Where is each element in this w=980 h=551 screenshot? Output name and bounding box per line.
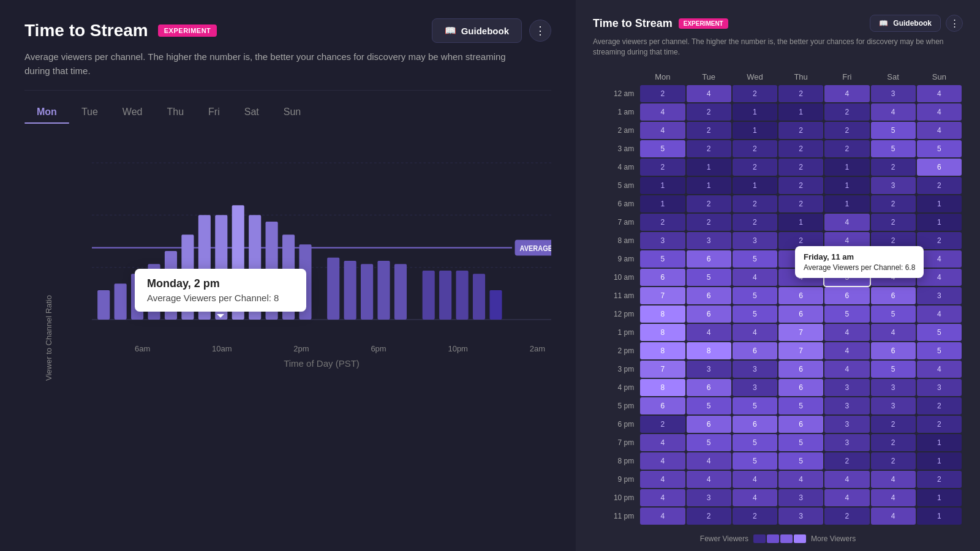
grid-cell[interactable]: 2	[871, 452, 916, 470]
grid-cell[interactable]: 2	[778, 232, 823, 249]
grid-cell[interactable]: 6	[871, 287, 916, 304]
grid-cell[interactable]: 3	[871, 379, 916, 396]
grid-cell[interactable]: 4	[687, 85, 731, 102]
right-guidebook-button[interactable]: 📖 Guidebook	[870, 15, 941, 32]
grid-cell[interactable]: 6	[640, 397, 685, 414]
grid-cell[interactable]: 6	[778, 287, 823, 304]
grid-cell[interactable]: 2	[871, 195, 916, 212]
grid-cell[interactable]: 1	[917, 452, 962, 470]
grid-cell[interactable]: 3	[824, 379, 869, 396]
grid-cell[interactable]: 4	[733, 471, 777, 488]
grid-cell[interactable]: 5	[733, 305, 777, 323]
grid-cell[interactable]: 1	[687, 177, 731, 194]
grid-cell[interactable]: 4	[687, 452, 731, 470]
grid-cell[interactable]: 5	[917, 140, 962, 157]
grid-cell[interactable]: 6	[687, 305, 731, 323]
day-tab-mon[interactable]: Mon	[24, 102, 69, 122]
grid-cell[interactable]: 4	[871, 324, 916, 341]
grid-cell[interactable]: 3	[778, 508, 823, 525]
grid-cell[interactable]: 3	[871, 85, 916, 102]
day-tab-sun[interactable]: Sun	[271, 102, 313, 122]
grid-cell[interactable]: 3	[778, 489, 823, 506]
grid-cell[interactable]: 6	[687, 379, 731, 396]
grid-cell[interactable]: 5	[917, 342, 962, 359]
grid-cell[interactable]: 2	[778, 85, 823, 102]
grid-cell[interactable]: 3	[824, 434, 869, 451]
grid-cell[interactable]: 3	[917, 379, 962, 396]
grid-cell[interactable]: 4	[871, 250, 916, 268]
grid-cell[interactable]: 5	[871, 122, 916, 139]
grid-cell[interactable]: 1	[778, 214, 823, 231]
grid-cell[interactable]: 1	[917, 508, 962, 525]
grid-cell[interactable]: 3	[824, 397, 869, 414]
grid-cell[interactable]: 4	[640, 489, 685, 506]
grid-cell[interactable]: 2	[871, 434, 916, 451]
grid-cell[interactable]: 4	[917, 250, 962, 268]
grid-cell[interactable]: 5	[871, 361, 916, 378]
grid-cell[interactable]: 2	[824, 508, 869, 525]
grid-cell[interactable]: 5	[687, 269, 731, 286]
grid-cell[interactable]: 8	[640, 305, 685, 323]
grid-cell[interactable]: 2	[871, 232, 916, 249]
grid-cell[interactable]: 2	[778, 159, 823, 176]
grid-cell[interactable]: 2	[824, 140, 869, 157]
grid-cell[interactable]: 5	[824, 269, 869, 286]
grid-cell[interactable]: 2	[778, 122, 823, 139]
grid-cell[interactable]: 2	[640, 85, 685, 102]
grid-cell[interactable]: 2	[640, 159, 685, 176]
grid-cell[interactable]: 3	[687, 361, 731, 378]
grid-cell[interactable]: 6	[778, 361, 823, 378]
grid-cell[interactable]: 2	[917, 232, 962, 249]
grid-cell[interactable]: 2	[687, 103, 731, 121]
grid-cell[interactable]: 2	[871, 416, 916, 433]
grid-cell[interactable]: 4	[733, 324, 777, 341]
grid-cell[interactable]: 2	[733, 140, 777, 157]
more-button[interactable]: ⋮	[529, 20, 551, 42]
grid-cell[interactable]: 4	[824, 232, 869, 249]
day-tab-tue[interactable]: Tue	[69, 102, 110, 122]
grid-cell[interactable]: 2	[733, 195, 777, 212]
grid-cell[interactable]: 1	[824, 177, 869, 194]
grid-cell[interactable]: 2	[687, 195, 731, 212]
right-more-button[interactable]: ⋮	[946, 15, 963, 32]
grid-cell[interactable]: 2	[917, 397, 962, 414]
grid-cell[interactable]: 7	[640, 361, 685, 378]
grid-cell[interactable]: 3	[733, 379, 777, 396]
day-tab-thu[interactable]: Thu	[154, 102, 196, 122]
grid-cell[interactable]: 4	[871, 269, 916, 286]
grid-cell[interactable]: 3	[917, 287, 962, 304]
grid-cell[interactable]: 5	[917, 324, 962, 341]
grid-cell[interactable]: 5	[733, 434, 777, 451]
grid-cell[interactable]: 2	[640, 214, 685, 231]
grid-cell[interactable]: 4	[733, 489, 777, 506]
grid-cell[interactable]: 2	[733, 85, 777, 102]
grid-cell[interactable]: 1	[824, 195, 869, 212]
grid-cell[interactable]: 4	[687, 324, 731, 341]
grid-cell[interactable]: 6	[778, 416, 823, 433]
grid-cell[interactable]: 2	[640, 416, 685, 433]
grid-cell[interactable]: 6	[778, 379, 823, 396]
grid-cell[interactable]: 8	[687, 342, 731, 359]
grid-cell[interactable]: 1	[733, 177, 777, 194]
grid-cell[interactable]: 2	[778, 177, 823, 194]
grid-cell[interactable]: 2	[778, 195, 823, 212]
grid-cell[interactable]: 5	[871, 305, 916, 323]
grid-cell[interactable]: 5	[871, 140, 916, 157]
grid-cell[interactable]: 6	[778, 305, 823, 323]
grid-cell[interactable]: 5	[640, 250, 685, 268]
grid-cell[interactable]: 4	[778, 471, 823, 488]
grid-cell[interactable]: 6	[917, 159, 962, 176]
grid-cell[interactable]: 4	[917, 85, 962, 102]
grid-cell[interactable]: 8	[640, 342, 685, 359]
grid-cell[interactable]: 4	[640, 122, 685, 139]
grid-cell[interactable]: 4	[917, 361, 962, 378]
grid-cell[interactable]: 2	[824, 452, 869, 470]
grid-cell[interactable]: 1	[917, 195, 962, 212]
grid-cell[interactable]: 5	[733, 397, 777, 414]
grid-cell[interactable]: 3	[733, 232, 777, 249]
grid-cell[interactable]: 2	[687, 140, 731, 157]
grid-cell[interactable]: 4	[778, 269, 823, 286]
grid-cell[interactable]: 4	[824, 471, 869, 488]
grid-cell[interactable]: 5	[687, 397, 731, 414]
grid-cell[interactable]: 7	[778, 342, 823, 359]
